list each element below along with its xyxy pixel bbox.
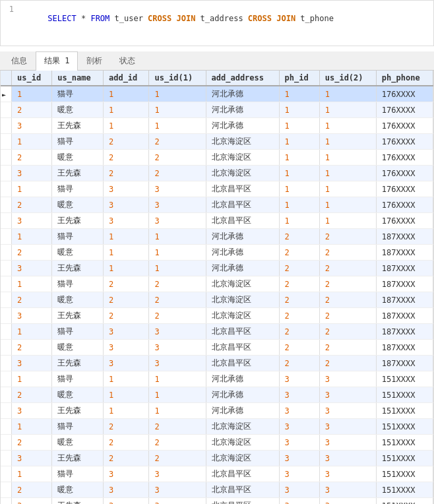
table-cell: 2 (12, 340, 52, 356)
col-add_id[interactable]: add_id (103, 71, 148, 86)
table-cell: 2 (12, 292, 52, 308)
table-cell: 河北承德 (206, 387, 279, 403)
results-table: us_id us_name add_id us_id(1) add_addres… (1, 71, 433, 504)
table-cell: 1 (12, 276, 52, 292)
table-cell: 北京昌平区 (206, 482, 279, 498)
table-cell: 3 (319, 371, 376, 387)
table-cell: 北京昌平区 (206, 498, 279, 505)
table-cell: 2 (319, 292, 376, 308)
table-cell: 1 (319, 134, 376, 150)
tab-status[interactable]: 状态 (111, 51, 144, 70)
tab-profile[interactable]: 剖析 (78, 51, 111, 70)
tab-results[interactable]: 结果 1 (36, 51, 78, 71)
table-row[interactable]: 1猫寻22北京海淀区33151XXXX (1, 419, 433, 435)
table-cell: 1 (319, 102, 376, 118)
table-row[interactable]: ►1猫寻11河北承德11176XXXX (1, 86, 433, 102)
table-row[interactable]: 2暖意11河北承德33151XXXX (1, 387, 433, 403)
table-cell: 王先森 (52, 166, 104, 181)
table-row[interactable]: 1猫寻11河北承德22187XXXX (1, 229, 433, 245)
table-cell: 1 (279, 118, 319, 134)
row-indicator (1, 197, 12, 213)
col-us_id[interactable]: us_id (12, 71, 52, 86)
table-cell: 1 (12, 181, 52, 197)
table-row[interactable]: 3王先森33北京昌平区33151XXXX (1, 498, 433, 505)
table-cell: 北京昌平区 (206, 197, 279, 213)
table-cell: 1 (12, 229, 52, 245)
table-cell: 1 (103, 245, 148, 261)
col-ph_id[interactable]: ph_id (279, 71, 319, 86)
row-indicator (1, 213, 12, 229)
table-row[interactable]: 3王先森22北京海淀区33151XXXX (1, 451, 433, 466)
table-cell: 187XXXX (376, 292, 433, 308)
table-cell: 187XXXX (376, 276, 433, 292)
col-us_id1[interactable]: us_id(1) (149, 71, 206, 86)
table-cell: 北京海淀区 (206, 276, 279, 292)
table-row[interactable]: 1猫寻33北京昌平区22187XXXX (1, 324, 433, 340)
col-us_name[interactable]: us_name (52, 71, 104, 86)
table-cell: 猫寻 (52, 276, 104, 292)
table-cell: 3 (12, 166, 52, 181)
sql-editor[interactable]: 1 SELECT * FROM t_user CROSS JOIN t_addr… (0, 0, 434, 46)
table-cell: 北京海淀区 (206, 134, 279, 150)
table-cell: 1 (149, 118, 206, 134)
table-row[interactable]: 1猫寻11河北承德33151XXXX (1, 371, 433, 387)
table-cell: 187XXXX (376, 308, 433, 324)
table-cell: 2 (149, 419, 206, 435)
table-row[interactable]: 3王先森33北京昌平区22187XXXX (1, 356, 433, 371)
table-cell: 3 (319, 482, 376, 498)
table-cell: 187XXXX (376, 356, 433, 371)
table-cell: 1 (319, 197, 376, 213)
table-row[interactable]: 1猫寻22北京海淀区22187XXXX (1, 276, 433, 292)
table-row[interactable]: 3王先森11河北承德22187XXXX (1, 261, 433, 276)
table-cell: 2 (279, 276, 319, 292)
table-cell: 1 (103, 229, 148, 245)
table-cell: 1 (319, 213, 376, 229)
table-row[interactable]: 2暖意11河北承德22187XXXX (1, 245, 433, 261)
tab-info[interactable]: 信息 (3, 51, 36, 70)
table-cell: 187XXXX (376, 324, 433, 340)
table-cell: 2 (12, 197, 52, 213)
table-cell: 2 (103, 276, 148, 292)
col-add_address[interactable]: add_address (206, 71, 279, 86)
table-row[interactable]: 1猫寻33北京昌平区33151XXXX (1, 466, 433, 482)
table-row[interactable]: 3王先森11河北承德11176XXXX (1, 118, 433, 134)
col-us_id2[interactable]: us_id(2) (319, 71, 376, 86)
table-cell: 3 (279, 371, 319, 387)
table-cell: 3 (319, 451, 376, 466)
col-ph_phone[interactable]: ph_phone (376, 71, 433, 86)
table-row[interactable]: 2暖意22北京海淀区11176XXXX (1, 150, 433, 166)
table-cell: 1 (319, 150, 376, 166)
table-row[interactable]: 1猫寻33北京昌平区11176XXXX (1, 181, 433, 197)
table-cell: 3 (319, 403, 376, 419)
table-row[interactable]: 3王先森22北京海淀区11176XXXX (1, 166, 433, 181)
table-row[interactable]: 1猫寻22北京海淀区11176XXXX (1, 134, 433, 150)
table-cell: 猫寻 (52, 134, 104, 150)
table-cell: 151XXXX (376, 435, 433, 451)
table-row[interactable]: 2暖意22北京海淀区33151XXXX (1, 435, 433, 451)
table-row[interactable]: 2暖意33北京昌平区11176XXXX (1, 197, 433, 213)
row-indicator (1, 292, 12, 308)
table-row[interactable]: 2暖意33北京昌平区33151XXXX (1, 482, 433, 498)
row-indicator (1, 498, 12, 505)
table-row[interactable]: 3王先森33北京昌平区11176XXXX (1, 213, 433, 229)
table-cell: 暖意 (52, 292, 104, 308)
table-cell: 3 (149, 356, 206, 371)
table-row[interactable]: 2暖意11河北承德11176XXXX (1, 102, 433, 118)
table-cell: 1 (279, 102, 319, 118)
table-cell: 2 (12, 435, 52, 451)
table-cell: 2 (103, 419, 148, 435)
table-row[interactable]: 3王先森22北京海淀区22187XXXX (1, 308, 433, 324)
table-row[interactable]: 2暖意22北京海淀区22187XXXX (1, 292, 433, 308)
table-cell: 北京海淀区 (206, 292, 279, 308)
table-cell: 176XXXX (376, 134, 433, 150)
row-indicator (1, 419, 12, 435)
table-cell: 1 (149, 102, 206, 118)
table-cell: 1 (319, 86, 376, 102)
table-cell: 河北承德 (206, 245, 279, 261)
table-cell: 猫寻 (52, 419, 104, 435)
table-cell: 3 (319, 387, 376, 403)
table-row[interactable]: 3王先森11河北承德33151XXXX (1, 403, 433, 419)
table-cell: 2 (319, 356, 376, 371)
table-row[interactable]: 2暖意33北京昌平区22187XXXX (1, 340, 433, 356)
table-cell: 1 (279, 181, 319, 197)
